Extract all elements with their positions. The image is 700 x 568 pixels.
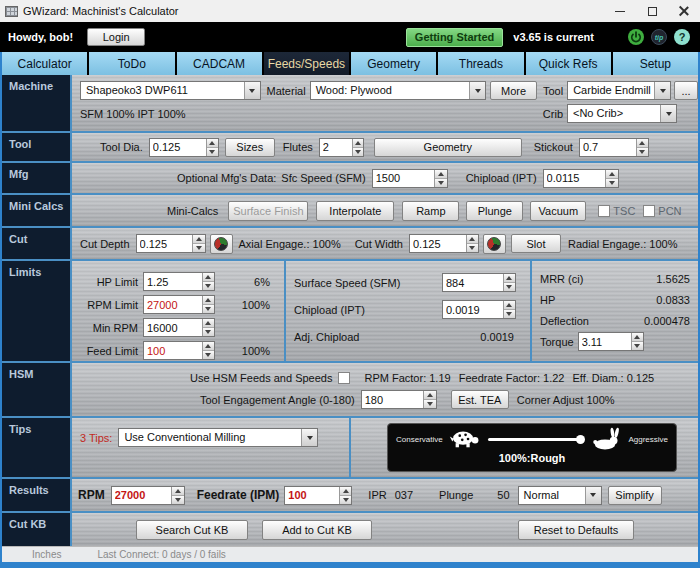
ramp-button[interactable]: Ramp (402, 201, 459, 221)
tea-input[interactable] (361, 390, 437, 409)
simplify-button[interactable]: Simplify (608, 486, 662, 505)
spin-down-icon[interactable] (193, 243, 204, 252)
crib-select[interactable]: <No Crib> (567, 104, 677, 123)
spin-up-icon[interactable] (207, 139, 218, 147)
stickout-input[interactable] (579, 138, 649, 157)
spin-down-icon[interactable] (467, 243, 478, 252)
minimize-button[interactable] (604, 0, 636, 22)
aggressiveness-slider[interactable] (488, 434, 585, 444)
help-icon[interactable]: ? (674, 29, 690, 45)
spin-down-icon[interactable] (353, 147, 363, 156)
mfg-chipload-field[interactable] (544, 170, 606, 187)
axial-gauge-button[interactable] (210, 234, 233, 254)
plunge-button[interactable]: Plunge (466, 201, 523, 221)
spin-down-icon[interactable] (340, 495, 351, 504)
sfc-speed-input[interactable] (372, 169, 448, 188)
spin-up-icon[interactable] (632, 333, 643, 341)
spin-down-icon[interactable] (203, 350, 214, 359)
tab-geometry[interactable]: Geometry (351, 52, 436, 75)
slot-button[interactable]: Slot (511, 234, 561, 253)
tsc-checkbox[interactable] (598, 205, 610, 217)
cut-width-input[interactable] (409, 234, 479, 253)
radial-gauge-button[interactable] (483, 234, 506, 254)
spin-up-icon[interactable] (504, 301, 515, 309)
pcn-checkbox[interactable] (643, 205, 655, 217)
rpm-result-input[interactable] (111, 486, 185, 505)
hp-limit-input[interactable] (143, 272, 215, 291)
tab-cadcam[interactable]: CADCAM (177, 52, 262, 75)
chevron-down-icon[interactable] (585, 487, 601, 504)
feedrate-result-field[interactable] (285, 487, 339, 504)
tab-threads[interactable]: Threads (438, 52, 523, 75)
search-cutkb-button[interactable]: Search Cut KB (136, 520, 248, 540)
getting-started-button[interactable]: Getting Started (406, 28, 503, 47)
login-button[interactable]: Login (87, 28, 145, 46)
torque-input[interactable] (578, 332, 644, 351)
spin-up-icon[interactable] (203, 296, 214, 304)
tips-select[interactable]: Use Conventional Milling (118, 428, 318, 447)
spin-down-icon[interactable] (606, 178, 617, 187)
limits-chipload-field[interactable] (443, 301, 503, 318)
spin-up-icon[interactable] (340, 487, 351, 495)
cut-depth-input[interactable] (136, 234, 206, 253)
limits-chipload-input[interactable] (442, 300, 516, 319)
tab-calculator[interactable]: Calculator (2, 52, 87, 75)
spin-up-icon[interactable] (504, 274, 515, 282)
mfg-chipload-input[interactable] (543, 169, 619, 188)
feedrate-result-input[interactable] (284, 486, 352, 505)
rpm-limit-input[interactable] (143, 295, 215, 314)
est-tea-button[interactable]: Est. TEA (451, 390, 509, 409)
chevron-down-icon[interactable] (654, 82, 670, 99)
spin-down-icon[interactable] (424, 399, 435, 408)
spin-up-icon[interactable] (203, 273, 214, 281)
machine-select[interactable]: Shapeoko3 DWP611 (80, 81, 261, 100)
maximize-button[interactable] (636, 0, 668, 22)
chevron-down-icon[interactable] (469, 82, 485, 99)
spin-up-icon[interactable] (637, 139, 648, 147)
power-icon[interactable] (628, 29, 644, 45)
tab-feeds-speeds[interactable]: Feeds/Speeds (264, 52, 349, 75)
surface-finish-button[interactable]: Surface Finish (228, 201, 308, 221)
min-rpm-field[interactable] (144, 319, 202, 336)
feed-limit-field[interactable] (144, 342, 202, 359)
chevron-down-icon[interactable] (660, 105, 676, 122)
chevron-down-icon[interactable] (244, 82, 260, 99)
chevron-down-icon[interactable] (301, 429, 317, 446)
spin-down-icon[interactable] (637, 147, 648, 156)
slider-handle[interactable] (576, 435, 585, 444)
min-rpm-input[interactable] (143, 318, 215, 337)
spin-up-icon[interactable] (172, 487, 183, 495)
cut-depth-field[interactable] (137, 235, 193, 252)
spin-down-icon[interactable] (435, 178, 446, 187)
flutes-field[interactable] (320, 139, 352, 156)
geometry-button[interactable]: Geometry (374, 138, 522, 157)
plunge-select[interactable]: Normal (518, 486, 602, 505)
spin-down-icon[interactable] (632, 341, 643, 350)
cut-width-field[interactable] (410, 235, 466, 252)
torque-field[interactable] (579, 333, 631, 350)
tool-browse-button[interactable]: ... (674, 81, 698, 100)
spin-up-icon[interactable] (353, 139, 363, 147)
feed-limit-input[interactable] (143, 341, 215, 360)
spin-down-icon[interactable] (172, 495, 183, 504)
spin-down-icon[interactable] (203, 327, 214, 336)
tab-todo[interactable]: ToDo (89, 52, 174, 75)
spin-down-icon[interactable] (203, 281, 214, 290)
reset-defaults-button[interactable]: Reset to Defaults (518, 520, 634, 540)
sizes-button[interactable]: Sizes (225, 138, 275, 157)
spin-down-icon[interactable] (207, 147, 218, 156)
spin-up-icon[interactable] (467, 235, 478, 243)
hp-limit-field[interactable] (144, 273, 202, 290)
sfc-speed-field[interactable] (373, 170, 435, 187)
spin-up-icon[interactable] (606, 170, 617, 178)
spin-up-icon[interactable] (193, 235, 204, 243)
flutes-input[interactable] (319, 138, 364, 157)
spin-down-icon[interactable] (504, 309, 515, 318)
tab-quick-refs[interactable]: Quick Refs (526, 52, 611, 75)
tip-icon[interactable]: tip (651, 29, 667, 45)
spin-down-icon[interactable] (504, 282, 515, 291)
tool-dia-input[interactable] (149, 138, 219, 157)
add-cutkb-button[interactable]: Add to Cut KB (262, 520, 372, 540)
spin-up-icon[interactable] (435, 170, 446, 178)
use-hsm-checkbox[interactable] (338, 372, 350, 384)
